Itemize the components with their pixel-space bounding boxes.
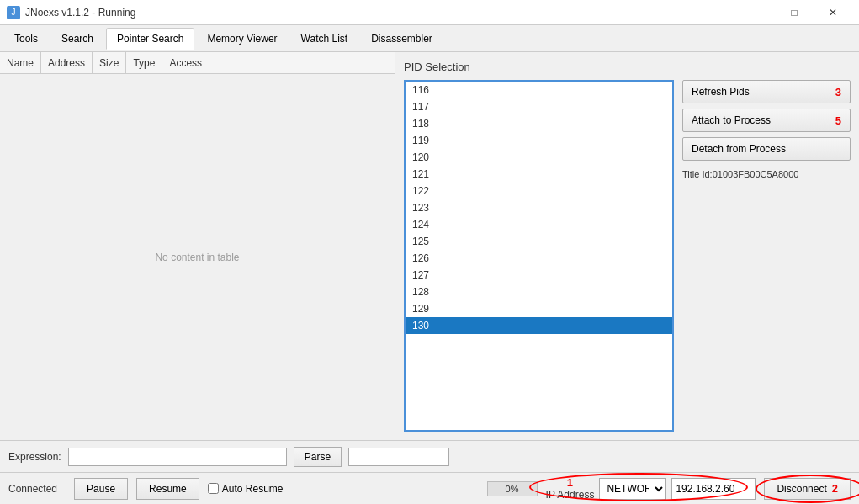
table-header: NameAddressSizeTypeAccess (0, 52, 395, 74)
table-empty-message: No content in table (155, 252, 239, 263)
attach-process-label: Attach to Process (692, 114, 771, 126)
pid-item[interactable]: 118 (406, 115, 672, 132)
ip-address-label: IP Address (546, 489, 595, 501)
refresh-pids-label: Refresh Pids (692, 86, 750, 98)
title-id: Title Id:01003FB00C5A8000 (682, 169, 851, 179)
auto-resume-container: Auto Resume (208, 483, 284, 495)
parse-button[interactable]: Parse (294, 447, 342, 467)
pid-controls: Refresh Pids 3 Attach to Process 5 Detac… (682, 80, 851, 432)
pid-section-title: PID Selection (404, 61, 851, 73)
left-panel: NameAddressSizeTypeAccess No content in … (0, 52, 395, 440)
close-button[interactable]: ✕ (814, 0, 852, 25)
refresh-pids-button[interactable]: Refresh Pids 3 (682, 80, 851, 103)
progress-text: 0% (506, 484, 519, 494)
disconnect-button[interactable]: Disconnect 2 (764, 478, 851, 500)
minimize-button[interactable]: ─ (736, 0, 775, 25)
table-header-size: Size (93, 52, 126, 73)
menu-tab-disassembler[interactable]: Disassembler (360, 28, 443, 50)
expression-bar: Expression: Parse (0, 440, 859, 472)
progress-bar: 0% (487, 481, 538, 496)
menu-bar: ToolsSearchPointer SearchMemory ViewerWa… (0, 25, 859, 52)
pause-button[interactable]: Pause (74, 478, 128, 500)
pid-item[interactable]: 129 (406, 300, 672, 317)
menu-tab-search[interactable]: Search (50, 28, 104, 50)
expression-label: Expression: (8, 451, 61, 463)
table-header-address: Address (41, 52, 93, 73)
resume-button[interactable]: Resume (136, 478, 199, 500)
right-panel: PID Selection 11611711811912012112212312… (395, 52, 859, 440)
network-select[interactable]: NETWORK (599, 478, 666, 500)
menu-tab-pointer-search[interactable]: Pointer Search (106, 28, 194, 50)
app-title: JNoexs v1.1.2 - Running (25, 7, 135, 19)
disconnect-label: Disconnect (777, 483, 826, 495)
auto-resume-checkbox[interactable] (208, 483, 219, 494)
pid-content: 1161171181191201211221231241251261271281… (404, 80, 851, 432)
maximize-button[interactable]: □ (775, 0, 814, 25)
app-icon-letter: J (12, 8, 16, 17)
table-header-access: Access (162, 52, 209, 73)
pid-item[interactable]: 121 (406, 166, 672, 183)
status-bar: Connected Pause Resume Auto Resume 0% 1 … (0, 472, 859, 504)
detach-process-button[interactable]: Detach from Process (682, 137, 851, 161)
pid-item[interactable]: 127 (406, 267, 672, 284)
pid-list[interactable]: 1161171181191201211221231241251261271281… (406, 82, 672, 430)
pid-item[interactable]: 124 (406, 216, 672, 233)
auto-resume-label: Auto Resume (222, 483, 284, 495)
expression-input[interactable] (68, 448, 287, 466)
pid-item[interactable]: 130 (406, 317, 672, 334)
pid-item[interactable]: 117 (406, 98, 672, 115)
ip-input[interactable] (671, 478, 756, 500)
connected-status: Connected (8, 483, 57, 495)
ip-section: 1 IP Address NETWORK (546, 476, 756, 501)
pid-item[interactable]: 125 (406, 233, 672, 250)
detach-process-label: Detach from Process (692, 143, 786, 155)
disconnect-section: Disconnect 2 (764, 478, 851, 500)
pid-item[interactable]: 122 (406, 183, 672, 199)
table-header-name: Name (0, 52, 41, 73)
pid-item[interactable]: 126 (406, 250, 672, 267)
pid-item[interactable]: 116 (406, 82, 672, 98)
parse-result-input[interactable] (348, 448, 449, 466)
ip-badge-1: 1 (567, 476, 573, 489)
menu-tab-watch-list[interactable]: Watch List (290, 28, 359, 50)
pid-list-container: 1161171181191201211221231241251261271281… (404, 80, 674, 432)
pid-item[interactable]: 123 (406, 199, 672, 216)
ip-label-group: 1 IP Address (546, 476, 595, 501)
app-icon: J (7, 6, 20, 19)
table-body: No content in table (0, 74, 395, 440)
pid-item[interactable]: 128 (406, 284, 672, 300)
disconnect-badge: 2 (832, 482, 838, 495)
pid-item[interactable]: 119 (406, 132, 672, 149)
pid-item[interactable]: 120 (406, 149, 672, 166)
attach-process-badge: 5 (835, 114, 841, 127)
refresh-pids-badge: 3 (835, 86, 841, 98)
menu-tab-tools[interactable]: Tools (3, 28, 49, 50)
title-bar: J JNoexs v1.1.2 - Running ─ □ ✕ (0, 0, 859, 25)
table-header-type: Type (126, 52, 162, 73)
menu-tab-memory-viewer[interactable]: Memory Viewer (196, 28, 288, 50)
attach-process-button[interactable]: Attach to Process 5 (682, 109, 851, 132)
window-controls: ─ □ ✕ (736, 0, 852, 25)
